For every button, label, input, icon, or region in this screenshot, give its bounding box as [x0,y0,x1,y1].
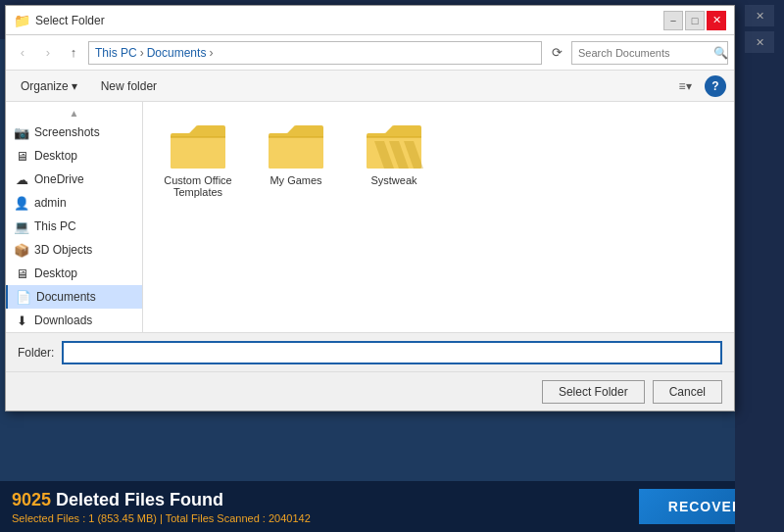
refresh-button[interactable]: ⟳ [546,42,567,64]
dialog-title-text: Select Folder [35,14,663,27]
nav-item-desktop[interactable]: 🖥 Desktop [6,144,142,168]
address-bar: ‹ › ↑ This PC › Documents › ⟳ 🔍 [6,35,734,71]
folder-custom-office[interactable]: Custom OfficeTemplates [159,118,237,202]
nav-icon-desktop2: 🖥 [14,266,29,281]
folder-input[interactable] [62,341,722,364]
nav-icon-documents: 📄 [16,289,31,305]
minimize-button[interactable]: − [663,11,683,30]
scanned-label: | Total Files Scanned : [160,512,266,524]
nav-label-desktop2: Desktop [34,266,77,280]
view-icon: ≡ [678,79,685,93]
folder-input-bar: Folder: [6,332,734,371]
search-bar: 🔍 [571,41,728,65]
side-panel: ✕ ✕ [735,0,784,532]
nav-back-button[interactable]: ‹ [12,42,33,64]
nav-label-screenshots: Screenshots [34,125,100,139]
folder-icon-custom-office [169,121,227,170]
deleted-label: Deleted Files Found [56,490,223,509]
close-button[interactable]: ✕ [707,11,726,30]
nav-icon-onedrive: ☁ [14,171,29,187]
nav-icon-desktop: 🖥 [14,148,29,164]
breadcrumb-sep-2: › [209,46,213,60]
nav-icon-screenshots: 📷 [14,124,29,140]
nav-item-downloads[interactable]: ⬇ Downloads [6,309,142,332]
search-input[interactable] [578,47,713,59]
nav-label-3dobjects: 3D Objects [34,243,92,257]
nav-label-thispc: This PC [34,219,76,233]
selected-label: Selected Files : [12,512,85,524]
deleted-count: 9025 [12,490,51,509]
bottom-bar: 9025 Deleted Files Found Selected Files … [0,481,784,532]
search-icon: 🔍 [713,46,728,60]
nav-label-onedrive: OneDrive [34,172,84,186]
dialog-controls: − □ ✕ [663,11,726,30]
nav-item-onedrive[interactable]: ☁ OneDrive [6,168,142,191]
nav-item-desktop2[interactable]: 🖥 Desktop [6,262,142,285]
select-folder-dialog: 📁 Select Folder − □ ✕ ‹ › ↑ This PC › Do… [5,5,735,411]
selected-count: 1 (853.45 MB) [88,512,157,524]
cancel-button[interactable]: Cancel [653,380,722,404]
breadcrumb-sep-1: › [140,46,144,60]
side-btn-2[interactable]: ✕ [745,31,774,53]
breadcrumb-bar: This PC › Documents › [88,41,542,65]
dialog-body: ▲ 📷 Screenshots 🖥 Desktop ☁ OneDrive 👤 a… [6,102,734,332]
toolbar: Organize ▾ New folder ≡ ▾ ? [6,71,734,102]
nav-icon-thispc: 💻 [14,218,29,234]
new-folder-button[interactable]: New folder [92,75,166,97]
nav-item-thispc[interactable]: 💻 This PC [6,215,142,238]
dialog-buttons: Select Folder Cancel [6,371,734,411]
nav-label-admin: admin [34,196,67,210]
nav-item-documents[interactable]: 📄 Documents [6,285,142,309]
folder-systweak[interactable]: Systweak [355,118,433,202]
organize-label: Organize [21,79,69,93]
breadcrumb-thispc[interactable]: This PC [95,46,137,60]
nav-label-downloads: Downloads [34,314,92,327]
folder-label-my-games: My Games [270,174,321,186]
view-arrow-icon: ▾ [686,79,692,93]
nav-icon-admin: 👤 [14,195,29,211]
folder-input-label: Folder: [18,346,54,360]
folder-icon-my-games [267,121,325,170]
left-nav: ▲ 📷 Screenshots 🖥 Desktop ☁ OneDrive 👤 a… [6,102,143,332]
maximize-button[interactable]: □ [685,11,705,30]
folder-label-systweak: Systweak [370,174,416,186]
nav-label-desktop: Desktop [34,149,77,163]
nav-label-documents: Documents [36,290,96,304]
side-close-btn[interactable]: ✕ [745,5,774,26]
nav-up-button[interactable]: ↑ [63,42,84,64]
scroll-up-indicator: ▲ [6,106,142,121]
view-button[interactable]: ≡ ▾ [673,74,697,98]
nav-item-admin[interactable]: 👤 admin [6,191,142,215]
nav-icon-downloads: ⬇ [14,313,29,328]
select-folder-button[interactable]: Select Folder [542,380,645,404]
breadcrumb-documents[interactable]: Documents [147,46,207,60]
nav-forward-button[interactable]: › [37,42,59,64]
nav-item-3dobjects[interactable]: 📦 3D Objects [6,238,142,262]
organize-arrow-icon: ▾ [72,79,77,93]
help-button[interactable]: ? [705,75,726,97]
dialog-titlebar: 📁 Select Folder − □ ✕ [6,6,734,35]
nav-icon-3dobjects: 📦 [14,242,29,258]
nav-item-screenshots[interactable]: 📷 Screenshots [6,121,142,144]
folder-icon-systweak [365,121,423,170]
file-area: Custom OfficeTemplates My Games [143,102,734,332]
folder-label-custom-office: Custom OfficeTemplates [164,174,232,198]
organize-button[interactable]: Organize ▾ [14,75,84,97]
folder-my-games[interactable]: My Games [257,118,335,202]
scanned-count: 2040142 [269,512,311,524]
dialog-title-icon: 📁 [14,13,29,28]
